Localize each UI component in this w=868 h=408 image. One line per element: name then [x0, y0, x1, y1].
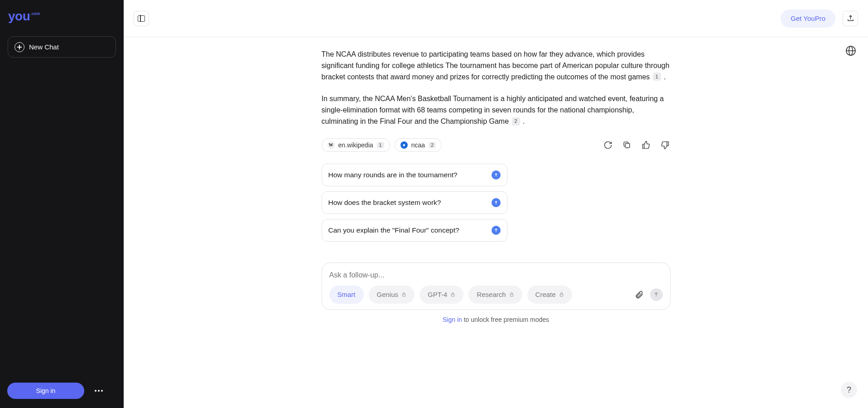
svg-rect-6 — [510, 294, 513, 296]
share-icon — [847, 15, 854, 22]
attach-button[interactable] — [633, 289, 645, 301]
thumbs-down-button[interactable] — [660, 140, 670, 151]
more-icon — [95, 390, 103, 392]
source-label: en.wikipedia — [338, 141, 373, 149]
sidebar-footer: Sign in — [0, 383, 124, 408]
copy-icon — [622, 141, 631, 149]
ncaa-icon: ● — [400, 141, 408, 149]
mode-gpt4[interactable]: GPT-4 — [420, 286, 463, 304]
topbar: Get YouPro — [124, 0, 868, 37]
mode-label: Genius — [377, 291, 399, 298]
source-pill-ncaa[interactable]: ● ncaa 2 — [395, 138, 442, 152]
mode-label: GPT-4 — [428, 291, 447, 298]
new-chat-button[interactable]: New Chat — [8, 36, 116, 58]
citation-1[interactable]: 1 — [653, 73, 661, 81]
response-paragraph: The NCAA distributes revenue to particip… — [322, 49, 670, 83]
lock-icon — [401, 291, 406, 297]
plus-icon — [14, 42, 24, 52]
sidebar: you .com New Chat Sign in — [0, 0, 124, 408]
suggestion-text: How does the bracket system work? — [328, 199, 492, 207]
panel-icon — [138, 15, 145, 22]
mode-create[interactable]: Create — [527, 286, 572, 304]
sources-row: W en.wikipedia 1 ● ncaa 2 — [322, 138, 670, 152]
source-label: ncaa — [411, 141, 425, 149]
message-input[interactable] — [329, 271, 663, 279]
source-number: 2 — [429, 142, 436, 148]
suggestion-3[interactable]: Can you explain the "Final Four" concept… — [322, 219, 507, 242]
new-chat-label: New Chat — [29, 43, 59, 51]
svg-rect-4 — [402, 294, 405, 296]
logo-suffix: .com — [30, 11, 40, 16]
thumbs-up-button[interactable] — [641, 140, 651, 151]
copy-button[interactable] — [622, 140, 632, 151]
mode-label: Research — [477, 291, 506, 298]
sign-in-label: Sign in — [36, 387, 56, 394]
arrow-up-icon — [653, 291, 659, 297]
sign-in-link[interactable]: Sign in — [443, 316, 462, 323]
suggestion-text: Can you explain the "Final Four" concept… — [328, 226, 492, 234]
suggestion-2[interactable]: How does the bracket system work? — [322, 191, 507, 214]
content: The NCAA distributes revenue to particip… — [124, 37, 868, 408]
arrow-up-icon — [492, 170, 501, 180]
mode-label: Create — [535, 291, 556, 298]
unlock-line: Sign in to unlock free premium modes — [322, 316, 670, 323]
thumbs-down-icon — [661, 141, 670, 150]
mode-genius[interactable]: Genius — [369, 286, 415, 304]
arrow-up-icon — [492, 198, 501, 207]
help-button[interactable]: ? — [841, 382, 857, 398]
get-pro-label: Get YouPro — [791, 15, 825, 22]
sign-in-button[interactable]: Sign in — [7, 383, 84, 399]
mode-row: Smart Genius GPT-4 Research — [329, 286, 663, 304]
regenerate-button[interactable] — [603, 140, 613, 151]
source-pill-wikipedia[interactable]: W en.wikipedia 1 — [322, 138, 390, 152]
arrow-up-icon — [492, 226, 501, 235]
mode-smart[interactable]: Smart — [329, 286, 364, 304]
main-panel: Get YouPro The NCAA distributes revenue … — [124, 0, 868, 408]
svg-rect-3 — [625, 144, 630, 148]
get-pro-button[interactable]: Get YouPro — [781, 10, 835, 28]
suggestion-text: How many rounds are in the tournament? — [328, 171, 492, 179]
wikipedia-icon: W — [328, 141, 335, 149]
svg-rect-7 — [560, 294, 563, 296]
source-number: 1 — [377, 142, 384, 148]
svg-rect-5 — [452, 294, 454, 296]
response-actions — [603, 140, 670, 151]
lock-icon — [509, 291, 514, 297]
response-paragraph: In summary, the NCAA Men's Basketball To… — [322, 93, 670, 127]
lock-icon — [450, 291, 455, 297]
paperclip-icon — [635, 290, 644, 299]
logo-text: you — [8, 9, 30, 24]
mode-label: Smart — [338, 291, 356, 298]
suggestion-1[interactable]: How many rounds are in the tournament? — [322, 164, 507, 186]
mode-research[interactable]: Research — [468, 286, 522, 304]
send-button[interactable] — [650, 288, 663, 301]
citation-2[interactable]: 2 — [512, 117, 520, 126]
toggle-sidebar-button[interactable] — [134, 11, 149, 26]
thumbs-up-icon — [641, 141, 651, 150]
lock-icon — [559, 291, 564, 297]
unlock-rest: to unlock free premium modes — [462, 316, 549, 323]
refresh-icon — [603, 141, 612, 150]
help-icon: ? — [847, 385, 851, 395]
logo[interactable]: you .com — [0, 0, 124, 31]
input-area: Smart Genius GPT-4 Research — [322, 262, 670, 310]
more-button[interactable] — [91, 383, 107, 399]
share-button[interactable] — [843, 11, 858, 26]
